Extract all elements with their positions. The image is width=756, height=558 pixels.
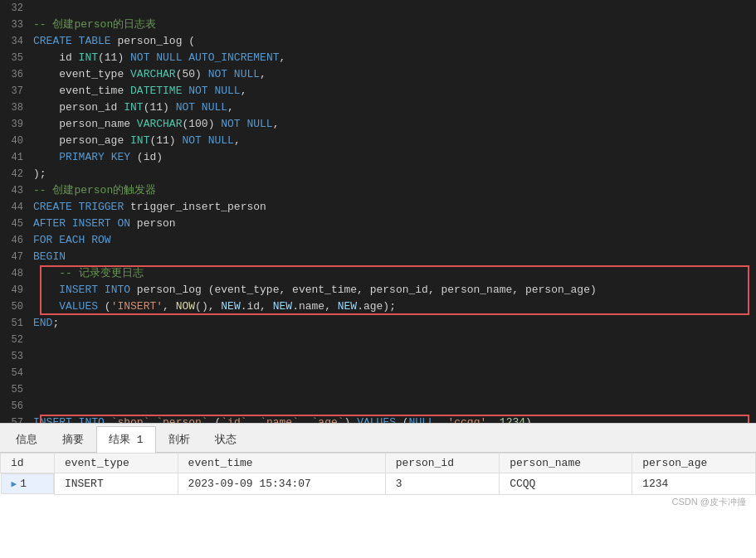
cell-id: 1 bbox=[20, 478, 27, 490]
cell-person-name: CCQQ bbox=[500, 473, 632, 495]
cell-person-age: 1234 bbox=[632, 473, 756, 495]
code-line-41: 41 PRIMARY KEY (id) bbox=[0, 149, 756, 166]
code-line-40: 40 person_age INT(11) NOT NULL, bbox=[0, 133, 756, 149]
cell-person-id: 3 bbox=[385, 473, 499, 495]
row-arrow-icon: ▶ bbox=[12, 478, 17, 489]
code-line-33: 33 -- 创建person的日志表 bbox=[0, 17, 756, 33]
code-line-45: 45 AFTER INSERT ON person bbox=[0, 216, 756, 232]
code-line-43: 43 -- 创建person的触发器 bbox=[0, 182, 756, 199]
col-header-event-time: event_time bbox=[178, 454, 385, 473]
table-header-row: id event_type event_time person_id perso… bbox=[1, 454, 756, 473]
code-editor: 32 33 -- 创建person的日志表 34 CREATE TABLE pe… bbox=[0, 0, 756, 423]
col-header-event-type: event_type bbox=[54, 454, 178, 473]
code-line-44: 44 CREATE TRIGGER trigger_insert_person bbox=[0, 199, 756, 216]
code-line-35: 35 id INT(11) NOT NULL AUTO_INCREMENT, bbox=[0, 50, 756, 66]
code-line-53: 53 bbox=[0, 348, 756, 365]
code-line-52: 52 bbox=[0, 332, 756, 348]
code-line-37: 37 event_time DATETIME NOT NULL, bbox=[0, 83, 756, 99]
cell-row-indicator: ▶ 1 bbox=[1, 473, 54, 494]
tabs-bar: 信息 摘要 结果 1 剖析 状态 bbox=[0, 424, 756, 453]
code-line-48: 48 -- 记录变更日志 bbox=[0, 265, 756, 282]
code-line-47: 47 BEGIN bbox=[0, 249, 756, 265]
code-line-38: 38 person_id INT(11) NOT NULL, bbox=[0, 99, 756, 116]
col-header-person-age: person_age bbox=[632, 454, 756, 473]
tab-results[interactable]: 结果 1 bbox=[96, 426, 156, 453]
col-header-person-name: person_name bbox=[500, 454, 632, 473]
tab-info[interactable]: 信息 bbox=[3, 426, 50, 452]
code-content: 32 33 -- 创建person的日志表 34 CREATE TABLE pe… bbox=[0, 0, 756, 423]
bottom-panel: 信息 摘要 结果 1 剖析 状态 id event_type event_tim… bbox=[0, 423, 756, 515]
code-line-56: 56 bbox=[0, 398, 756, 415]
code-line-39: 39 person_name VARCHAR(100) NOT NULL, bbox=[0, 116, 756, 133]
cell-event-time: 2023-09-09 15:34:07 bbox=[178, 473, 385, 495]
code-line-34: 34 CREATE TABLE person_log ( bbox=[0, 33, 756, 50]
cell-event-type: INSERT bbox=[54, 473, 178, 495]
col-header-person-id: person_id bbox=[385, 454, 499, 473]
code-line-46: 46 FOR EACH ROW bbox=[0, 232, 756, 249]
tab-status[interactable]: 状态 bbox=[202, 426, 249, 452]
col-header-id: id bbox=[1, 454, 55, 473]
table-row: ▶ 1 INSERT 2023-09-09 15:34:07 3 CCQQ 12… bbox=[1, 473, 756, 495]
code-lines: 32 33 -- 创建person的日志表 34 CREATE TABLE pe… bbox=[0, 0, 756, 423]
tab-profile[interactable]: 剖析 bbox=[156, 426, 202, 452]
code-line-51: 51 END; bbox=[0, 315, 756, 332]
code-line-55: 55 bbox=[0, 381, 756, 398]
code-line-36: 36 event_type VARCHAR(50) NOT NULL, bbox=[0, 66, 756, 83]
watermark: CSDN @皮卡冲撞 bbox=[672, 496, 746, 508]
code-line-32: 32 bbox=[0, 0, 756, 17]
code-line-54: 54 bbox=[0, 365, 756, 381]
code-line-50: 50 VALUES ('INSERT', NOW(), NEW.id, NEW.… bbox=[0, 298, 756, 315]
code-line-49: 49 INSERT INTO person_log (event_type, e… bbox=[0, 282, 756, 298]
results-table: id event_type event_time person_id perso… bbox=[0, 453, 756, 495]
results-container: id event_type event_time person_id perso… bbox=[0, 453, 756, 515]
tab-summary[interactable]: 摘要 bbox=[50, 426, 96, 452]
code-line-57: 57 INSERT INTO `shop`.`person` (`id`, `n… bbox=[0, 415, 756, 423]
code-line-42: 42 ); bbox=[0, 166, 756, 182]
